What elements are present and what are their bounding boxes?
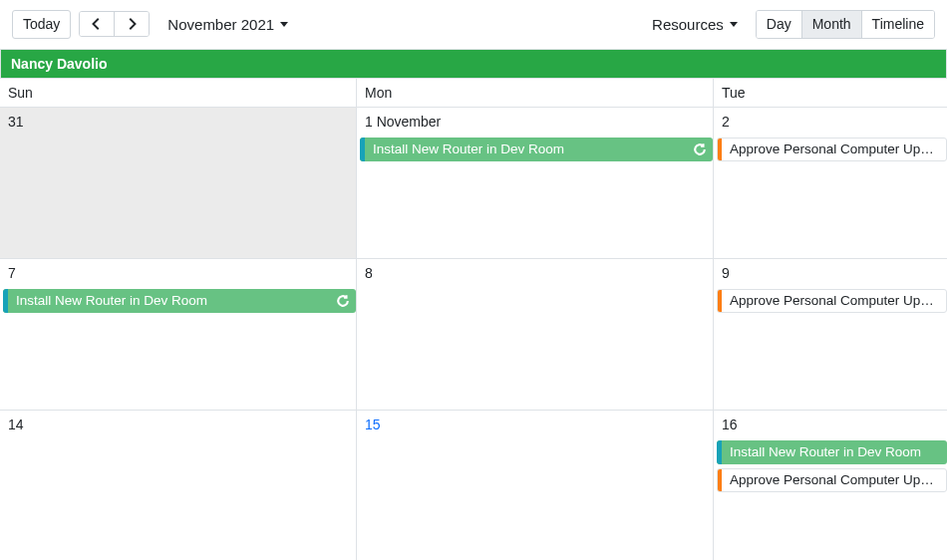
event-title: Approve Personal Computer Upgrade Plan: [722, 472, 946, 487]
caret-down-icon: [280, 22, 288, 27]
recurring-icon: [693, 142, 707, 156]
month-picker-label: November 2021: [167, 16, 274, 33]
date-label[interactable]: 31: [6, 112, 350, 136]
date-label[interactable]: 15: [363, 415, 707, 438]
prev-button[interactable]: [80, 12, 114, 36]
event-title: Approve Personal Computer Upgrade Plan: [722, 141, 946, 156]
day-cell[interactable]: 31: [0, 108, 357, 258]
resource-header: Nancy Davolio: [0, 49, 947, 78]
calendar-grid: Sun Mon Tue 311 NovemberInstall New Rout…: [0, 78, 947, 560]
day-cell[interactable]: 2Approve Personal Computer Upgrade Plan: [714, 108, 947, 258]
caret-down-icon: [730, 22, 738, 27]
chevron-right-icon: [125, 17, 139, 31]
day-cell[interactable]: 14: [0, 411, 357, 560]
next-button[interactable]: [114, 12, 149, 36]
calendar-event[interactable]: Install New Router in Dev Room: [3, 289, 356, 313]
calendar-event[interactable]: Approve Personal Computer Upgrade Plan: [717, 468, 947, 492]
day-cell[interactable]: 8: [357, 259, 714, 410]
date-label[interactable]: 9: [720, 263, 941, 287]
day-cell[interactable]: 15: [357, 411, 714, 560]
day-header-mon: Mon: [357, 79, 714, 107]
today-button[interactable]: Today: [12, 10, 71, 39]
event-title: Install New Router in Dev Room: [722, 444, 947, 459]
view-day-button[interactable]: Day: [757, 11, 801, 38]
view-switcher: Day Month Timeline: [756, 10, 935, 39]
day-cell[interactable]: 9Approve Personal Computer Upgrade Plan: [714, 259, 947, 410]
month-picker[interactable]: November 2021: [167, 16, 288, 33]
resources-label: Resources: [652, 16, 724, 33]
date-label[interactable]: 16: [720, 415, 941, 438]
day-header-sun: Sun: [0, 79, 357, 107]
day-header-tue: Tue: [714, 79, 947, 107]
date-label[interactable]: 1 November: [363, 112, 707, 136]
view-month-button[interactable]: Month: [801, 11, 861, 38]
calendar-event[interactable]: Install New Router in Dev Room: [717, 440, 947, 464]
nav-arrows-group: [79, 11, 150, 37]
calendar-event[interactable]: Install New Router in Dev Room: [360, 138, 713, 161]
day-cell[interactable]: 7Install New Router in Dev Room: [0, 259, 357, 410]
day-header-row: Sun Mon Tue: [0, 79, 947, 108]
date-label[interactable]: 2: [720, 112, 941, 136]
recurring-icon: [336, 294, 350, 308]
resources-dropdown[interactable]: Resources: [652, 16, 738, 33]
event-title: Approve Personal Computer Upgrade Plan: [722, 293, 946, 308]
view-timeline-button[interactable]: Timeline: [861, 11, 934, 38]
week-row: 141516Install New Router in Dev RoomAppr…: [0, 411, 947, 560]
event-title: Install New Router in Dev Room: [8, 293, 356, 308]
scheduler-toolbar: Today November 2021 Resources Day Month …: [0, 0, 947, 49]
week-row: 7Install New Router in Dev Room89Approve…: [0, 259, 947, 411]
day-cell[interactable]: 1 NovemberInstall New Router in Dev Room: [357, 108, 714, 258]
day-cell[interactable]: 16Install New Router in Dev RoomApprove …: [714, 411, 947, 560]
date-label[interactable]: 7: [6, 263, 350, 287]
date-label[interactable]: 8: [363, 263, 707, 287]
calendar-event[interactable]: Approve Personal Computer Upgrade Plan: [717, 138, 947, 161]
chevron-left-icon: [90, 17, 104, 31]
date-label[interactable]: 14: [6, 415, 350, 438]
event-title: Install New Router in Dev Room: [365, 141, 713, 156]
week-row: 311 NovemberInstall New Router in Dev Ro…: [0, 108, 947, 259]
calendar-event[interactable]: Approve Personal Computer Upgrade Plan: [717, 289, 947, 313]
